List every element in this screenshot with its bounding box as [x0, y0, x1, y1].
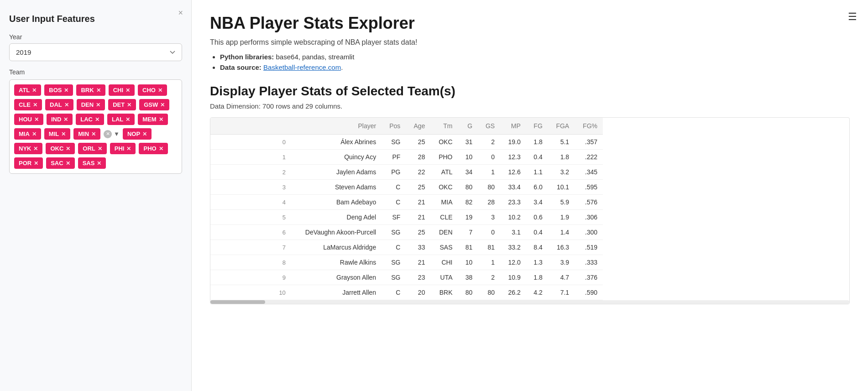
team-tag-dal-remove[interactable]: ✕ [64, 102, 69, 108]
team-tag-ind-remove[interactable]: ✕ [63, 116, 68, 123]
team-tag-nop-remove[interactable]: ✕ [142, 131, 147, 137]
team-tag-hou[interactable]: HOU ✕ [14, 114, 43, 125]
cell-tm: CLE [430, 210, 458, 225]
datasource-link[interactable]: Basketball-reference.com [263, 63, 341, 71]
team-tag-pho[interactable]: PHO ✕ [139, 143, 167, 154]
team-tag-por-remove[interactable]: ✕ [34, 160, 38, 167]
team-tag-cho[interactable]: CHO ✕ [138, 84, 167, 96]
cell-player: Jaylen Adams [291, 165, 382, 180]
team-tag-nyk-remove[interactable]: ✕ [33, 146, 38, 152]
hamburger-menu-button[interactable]: ☰ [848, 11, 857, 23]
team-tag-sas[interactable]: SAS ✕ [78, 157, 106, 169]
team-tag-nop[interactable]: NOP ✕ [123, 128, 152, 140]
year-select[interactable]: 2019 2018 2017 2016 2015 [9, 43, 182, 61]
col-header-fga: FGA [548, 118, 575, 135]
cell-player: Deng Adel [291, 210, 382, 225]
team-tag-atl[interactable]: ATL ✕ [14, 84, 41, 96]
cell-fgp: .576 [575, 195, 603, 210]
team-tag-det-remove[interactable]: ✕ [127, 102, 131, 108]
cell-index: 1 [210, 150, 291, 165]
team-tag-phi[interactable]: PHI ✕ [110, 143, 136, 154]
team-tag-lac-remove[interactable]: ✕ [95, 116, 99, 123]
team-tag-bos-label: BOS [49, 87, 62, 94]
team-tag-mem-remove[interactable]: ✕ [159, 116, 163, 123]
team-tag-lal-remove[interactable]: ✕ [125, 116, 130, 123]
team-tag-phi-remove[interactable]: ✕ [126, 146, 131, 152]
team-tags-container: ATL ✕ BOS ✕ BRK ✕ CHI ✕ CHO ✕ CLE ✕ DAL … [9, 79, 182, 174]
cell-pos: SG [382, 255, 406, 270]
team-tag-den[interactable]: DEN ✕ [77, 99, 105, 110]
table-row: 5 Deng Adel SF 21 CLE 19 3 10.2 0.6 1.9 … [210, 210, 603, 225]
table-body: 0 Álex Abrines SG 25 OKC 31 2 19.0 1.8 5… [210, 135, 603, 300]
cell-player: DeVaughn Akoon-Purcell [291, 225, 382, 240]
team-tag-min[interactable]: MIN ✕ [73, 128, 100, 140]
team-tag-bos-remove[interactable]: ✕ [64, 87, 68, 94]
cell-mp: 12.0 [500, 255, 526, 270]
cell-pos: SG [382, 225, 406, 240]
team-tag-den-remove[interactable]: ✕ [96, 102, 100, 108]
cell-g: 31 [458, 135, 478, 150]
cell-index: 8 [210, 255, 291, 270]
team-tag-bos[interactable]: BOS ✕ [44, 84, 73, 96]
team-tag-por[interactable]: POR ✕ [14, 157, 43, 169]
clear-all-button[interactable]: ✕ [104, 130, 112, 138]
cell-fgp: .345 [575, 165, 603, 180]
team-tag-det[interactable]: DET ✕ [108, 99, 136, 110]
cell-gs: 2 [478, 135, 500, 150]
team-tag-brk[interactable]: BRK ✕ [76, 84, 105, 96]
team-tag-mia[interactable]: MIA ✕ [14, 128, 41, 140]
team-tag-mil-remove[interactable]: ✕ [61, 131, 66, 137]
team-tag-orl-remove[interactable]: ✕ [98, 146, 102, 152]
team-tag-nyk[interactable]: NYK ✕ [14, 143, 42, 154]
team-tag-gsw-remove[interactable]: ✕ [160, 102, 165, 108]
team-tag-okc-remove[interactable]: ✕ [66, 146, 70, 152]
cell-fgp: .590 [575, 285, 603, 300]
sidebar-close-button[interactable]: × [178, 8, 183, 18]
tag-controls: ✕ ▼ [104, 130, 120, 138]
cell-mp: 10.9 [500, 270, 526, 285]
team-tag-chi-remove[interactable]: ✕ [125, 87, 130, 94]
team-tag-okc-label: OKC [50, 145, 63, 152]
team-tag-mem[interactable]: MEM ✕ [138, 114, 167, 125]
cell-fg: 0.4 [526, 150, 548, 165]
team-tag-lac[interactable]: LAC ✕ [76, 114, 104, 125]
cell-tm: UTA [430, 270, 458, 285]
team-tag-cho-remove[interactable]: ✕ [158, 87, 162, 94]
table-row: 3 Steven Adams C 25 OKC 80 80 33.4 6.0 1… [210, 180, 603, 195]
team-label: Team [9, 68, 182, 76]
scrollbar-thumb[interactable] [210, 300, 265, 304]
cell-fg: 8.4 [526, 240, 548, 255]
team-tag-pho-remove[interactable]: ✕ [159, 146, 163, 152]
team-tag-okc[interactable]: OKC ✕ [46, 143, 75, 154]
team-tag-cle[interactable]: CLE ✕ [14, 99, 42, 110]
team-tag-chi[interactable]: CHI ✕ [109, 84, 135, 96]
cell-fg: 6.0 [526, 180, 548, 195]
team-tag-sac-remove[interactable]: ✕ [66, 160, 70, 167]
team-tag-cle-remove[interactable]: ✕ [33, 102, 37, 108]
team-tag-orl[interactable]: ORL ✕ [78, 143, 106, 154]
tag-dropdown-button[interactable]: ▼ [114, 130, 120, 137]
table-row: 4 Bam Adebayo C 21 MIA 82 28 23.3 3.4 5.… [210, 195, 603, 210]
page-subtitle: This app performs simple webscraping of … [210, 38, 850, 47]
cell-player: Quincy Acy [291, 150, 382, 165]
team-tag-mil[interactable]: MIL ✕ [44, 128, 70, 140]
cell-mp: 33.4 [500, 180, 526, 195]
team-tag-sac[interactable]: SAC ✕ [46, 157, 74, 169]
team-tag-dal[interactable]: DAL ✕ [45, 99, 73, 110]
team-tag-min-remove[interactable]: ✕ [91, 131, 96, 137]
cell-index: 2 [210, 165, 291, 180]
team-tag-mia-remove[interactable]: ✕ [32, 131, 37, 137]
cell-age: 23 [406, 270, 430, 285]
team-tag-sas-remove[interactable]: ✕ [97, 160, 101, 167]
team-tag-lal[interactable]: LAL ✕ [107, 114, 135, 125]
horizontal-scrollbar[interactable] [210, 300, 849, 304]
team-tag-atl-remove[interactable]: ✕ [32, 87, 37, 94]
cell-fgp: .595 [575, 180, 603, 195]
cell-age: 25 [406, 135, 430, 150]
cell-pos: PG [382, 165, 406, 180]
team-tag-brk-remove[interactable]: ✕ [96, 87, 101, 94]
team-tag-gsw[interactable]: GSW ✕ [139, 99, 169, 110]
team-tag-nyk-label: NYK [19, 145, 31, 152]
team-tag-hou-remove[interactable]: ✕ [34, 116, 39, 123]
team-tag-ind[interactable]: IND ✕ [47, 114, 73, 125]
